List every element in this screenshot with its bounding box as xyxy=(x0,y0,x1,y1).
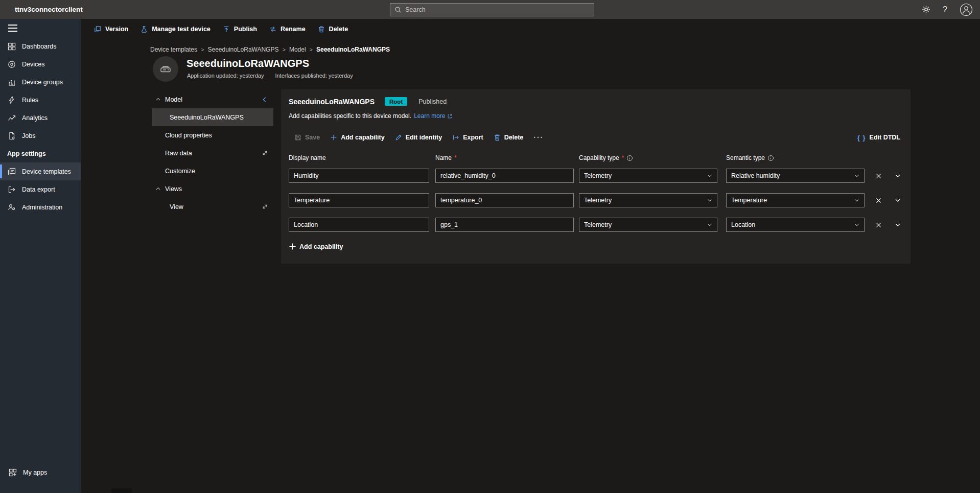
trash-icon xyxy=(494,134,501,141)
published-status: Published xyxy=(418,98,447,105)
sidebar-item-rules[interactable]: Rules xyxy=(0,91,81,109)
semantic-type-select[interactable]: Relative humidity xyxy=(726,169,865,183)
capability-type-select[interactable]: Telemetry xyxy=(579,218,717,232)
info-icon[interactable] xyxy=(626,155,633,161)
manage-test-device-button[interactable]: Manage test device xyxy=(141,26,211,33)
col-header-capability-type: Capability type * xyxy=(579,154,633,161)
chevron-down-icon xyxy=(707,173,713,179)
chevron-down-icon xyxy=(854,197,860,203)
more-commands-icon[interactable]: ··· xyxy=(533,133,544,142)
sidebar-item-dashboards[interactable]: Dashboards xyxy=(0,37,81,55)
version-button[interactable]: Version xyxy=(94,26,128,33)
remove-capability-icon[interactable] xyxy=(871,169,885,183)
add-capability-button[interactable]: Add capability xyxy=(330,134,384,141)
horizontal-scrollbar-thumb[interactable] xyxy=(111,488,132,493)
expand-capability-icon[interactable] xyxy=(891,193,905,207)
model-nav-item-interface[interactable]: SeeeduinoLoRaWANGPS xyxy=(152,108,273,126)
breadcrumb-template[interactable]: SeeeduinoLoRaWANGPS xyxy=(207,46,278,53)
account-avatar-icon[interactable] xyxy=(960,3,973,16)
info-icon[interactable] xyxy=(767,155,774,161)
search-input[interactable] xyxy=(405,6,590,13)
sidebar-item-data-export[interactable]: Data export xyxy=(0,180,81,198)
plus-icon xyxy=(330,134,337,141)
help-icon[interactable]: ? xyxy=(943,5,947,14)
delete-button[interactable]: Delete xyxy=(318,26,348,33)
sidebar-item-device-templates[interactable]: Device templates xyxy=(0,162,81,180)
page-title: SeeeduinoLoRaWANGPS xyxy=(186,58,309,69)
chevron-down-icon xyxy=(707,197,713,203)
model-nav: Model SeeeduinoLoRaWANGPS Cloud properti… xyxy=(152,90,273,216)
display-name-input[interactable] xyxy=(289,169,429,183)
name-input[interactable] xyxy=(435,218,574,232)
capability-type-select[interactable]: Telemetry xyxy=(579,193,717,207)
sidebar-section-app-settings: App settings xyxy=(7,145,81,162)
sidebar-item-label: Device templates xyxy=(22,168,71,175)
chevron-down-icon xyxy=(854,222,860,228)
external-link-icon xyxy=(447,113,453,119)
edit-identity-button[interactable]: Edit identity xyxy=(395,134,442,141)
edit-dtdl-button[interactable]: { } Edit DTDL xyxy=(857,130,900,145)
name-input[interactable] xyxy=(435,169,574,183)
expand-capability-icon[interactable] xyxy=(891,169,905,183)
breadcrumb-separator: > xyxy=(310,46,313,53)
semantic-type-select[interactable]: Location xyxy=(726,218,865,232)
open-diagonal-icon[interactable] xyxy=(262,150,268,156)
sidebar-item-label: Devices xyxy=(22,61,44,68)
sidebar-item-devices[interactable]: Devices xyxy=(0,55,81,73)
settings-gear-icon[interactable] xyxy=(922,5,930,14)
root-badge: Root xyxy=(385,97,407,106)
model-nav-item-raw-data[interactable]: Raw data xyxy=(152,144,273,162)
remove-capability-icon[interactable] xyxy=(871,218,885,232)
template-command-bar: Version Manage test device Publish Renam… xyxy=(81,21,980,37)
add-capability-link[interactable]: Add capability xyxy=(289,243,343,250)
model-nav-section-views[interactable]: Views xyxy=(152,180,273,198)
rename-button[interactable]: Rename xyxy=(269,26,306,33)
sidebar-item-label: Data export xyxy=(22,186,55,193)
breadcrumb-device-templates[interactable]: Device templates xyxy=(150,46,197,53)
publish-button[interactable]: Publish xyxy=(223,26,257,33)
name-input[interactable] xyxy=(435,193,574,207)
learn-more-link[interactable]: Learn more xyxy=(414,112,452,120)
breadcrumb: Device templates > SeeeduinoLoRaWANGPS >… xyxy=(150,46,390,53)
version-icon xyxy=(94,26,101,33)
hamburger-menu-icon[interactable] xyxy=(7,24,18,32)
model-nav-item-view[interactable]: View xyxy=(152,198,273,216)
manage-test-device-icon xyxy=(141,26,148,33)
interface-title: SeeeduinoLoRaWANGPS xyxy=(289,98,375,106)
sidebar-item-administration[interactable]: Administration xyxy=(0,198,81,216)
open-diagonal-icon[interactable] xyxy=(262,203,268,210)
display-name-input[interactable] xyxy=(289,193,429,207)
sidebar-item-device-groups[interactable]: Device groups xyxy=(0,73,81,91)
save-button[interactable]: Save xyxy=(294,134,320,141)
display-name-input[interactable] xyxy=(289,218,429,232)
model-nav-item-customize[interactable]: Customize xyxy=(152,162,273,180)
sidebar-item-my-apps[interactable]: My apps xyxy=(0,463,81,481)
delete-capability-button[interactable]: Delete xyxy=(494,134,524,141)
sidebar-item-label: Jobs xyxy=(22,132,35,139)
collapse-panel-icon[interactable] xyxy=(261,96,268,103)
remove-capability-icon[interactable] xyxy=(871,193,885,207)
app-title: ttnv3connectorclient xyxy=(15,0,83,19)
sidebar-item-label: Dashboards xyxy=(22,43,56,50)
sidebar: Dashboards Devices Device groups Rules A… xyxy=(0,19,81,493)
expand-capability-icon[interactable] xyxy=(891,218,905,232)
global-search[interactable] xyxy=(390,3,594,16)
application-updated-label: Application updated: yesterday xyxy=(187,73,264,79)
analytics-icon xyxy=(7,114,16,122)
semantic-type-select[interactable]: Temperature xyxy=(726,193,865,207)
sidebar-item-jobs[interactable]: Jobs xyxy=(0,127,81,145)
model-nav-section-model[interactable]: Model xyxy=(152,90,273,108)
required-marker: * xyxy=(622,154,624,161)
breadcrumb-separator: > xyxy=(201,46,204,53)
model-nav-item-cloud-properties[interactable]: Cloud properties xyxy=(152,126,273,144)
chevron-down-icon xyxy=(854,173,860,179)
sidebar-item-analytics[interactable]: Analytics xyxy=(0,109,81,127)
rename-icon xyxy=(269,26,276,33)
export-button[interactable]: Export xyxy=(452,134,483,141)
top-app-bar: ttnv3connectorclient ? xyxy=(0,0,980,19)
breadcrumb-model[interactable]: Model xyxy=(289,46,306,53)
interfaces-published-label: Interfaces published: yesterday xyxy=(275,73,353,79)
my-apps-icon xyxy=(8,468,17,477)
devices-icon xyxy=(7,60,16,68)
capability-type-select[interactable]: Telemetry xyxy=(579,169,717,183)
